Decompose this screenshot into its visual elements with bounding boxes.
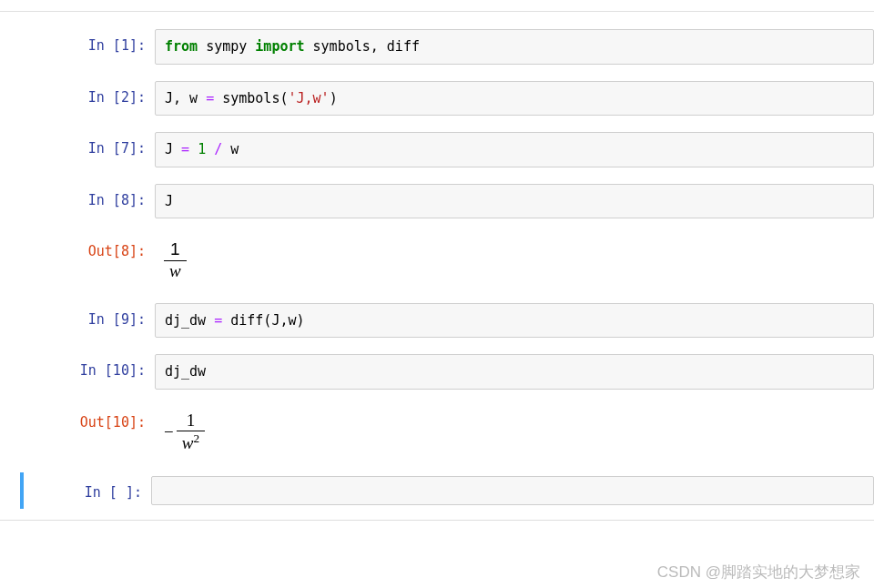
notebook-container: In [1]: from sympy import symbols, diff …	[27, 25, 874, 509]
prompt-in: In [10]:	[27, 354, 155, 381]
fraction: 1 w2	[177, 411, 205, 455]
prompt-in: In [9]:	[27, 303, 155, 330]
code-input[interactable]: J, w = symbols('J,w')	[155, 81, 874, 117]
cell-in-empty[interactable]: In [ ]:	[20, 472, 874, 509]
code-input[interactable]: from sympy import symbols, diff	[155, 29, 874, 65]
code-input[interactable]: J	[155, 184, 874, 219]
keyword-import: import	[255, 38, 304, 55]
cell-in-9[interactable]: In [9]: dj_dw = diff(J,w)	[27, 299, 874, 342]
cell-out-10: Out[10]: − 1 w2	[27, 402, 874, 463]
code-input[interactable]: dj_dw	[155, 354, 874, 390]
cell-in-10[interactable]: In [10]: dj_dw	[27, 350, 874, 393]
fraction: 1 w	[164, 239, 187, 282]
prompt-in: In [ ]:	[27, 476, 151, 503]
cell-in-7[interactable]: In [7]: J = 1 / w	[27, 128, 874, 171]
cell-in-8[interactable]: In [8]: J	[27, 180, 874, 223]
keyword-from: from	[165, 38, 198, 55]
code-input[interactable]: J = 1 / w	[155, 132, 874, 167]
code-input[interactable]	[151, 476, 874, 505]
code-input[interactable]: dj_dw = diff(J,w)	[155, 303, 874, 339]
prompt-out: Out[10]:	[27, 406, 155, 433]
math-output: − 1 w2	[155, 406, 874, 460]
cell-out-8: Out[8]: 1 w	[27, 231, 874, 290]
prompt-in: In [1]:	[27, 29, 155, 56]
cell-in-1[interactable]: In [1]: from sympy import symbols, diff	[27, 25, 874, 68]
prompt-in: In [2]:	[27, 81, 155, 108]
cell-in-2[interactable]: In [2]: J, w = symbols('J,w')	[27, 77, 874, 120]
prompt-out: Out[8]:	[27, 235, 155, 262]
math-output: 1 w	[155, 235, 874, 287]
prompt-in: In [7]:	[27, 132, 155, 159]
prompt-in: In [8]:	[27, 184, 155, 211]
minus-sign: −	[164, 422, 174, 442]
